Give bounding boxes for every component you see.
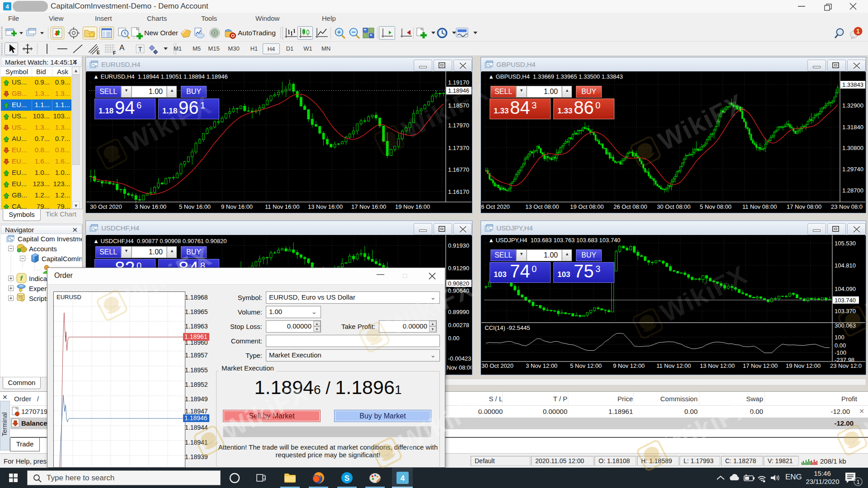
svg-text:100: 100 xyxy=(835,334,844,341)
svg-text:11 Nov 08:00: 11 Nov 08:00 xyxy=(742,203,777,210)
svg-text:1.16770: 1.16770 xyxy=(448,166,469,173)
svg-text:5 Nov 08:00: 5 Nov 08:00 xyxy=(700,203,731,210)
svg-text:17 Nov 16:00: 17 Nov 16:00 xyxy=(351,203,386,210)
svg-text:23 Nov 08:0: 23 Nov 08:0 xyxy=(831,203,863,210)
svg-text:9 Nov 12:00: 9 Nov 12:00 xyxy=(613,362,645,369)
svg-text:1.28700: 1.28700 xyxy=(842,187,863,194)
svg-text:1.29740: 1.29740 xyxy=(842,166,863,173)
svg-text:EURUSD: EURUSD xyxy=(57,294,81,300)
svg-text:▲ EURUSD,H4 1.18944 1.19051 1: ▲ EURUSD,H4 1.18944 1.19051 1.18894 1.18… xyxy=(93,73,228,80)
svg-text:4: 4 xyxy=(5,3,9,10)
svg-text:S: S xyxy=(344,474,349,483)
svg-text:3 Nov 12:00: 3 Nov 12:00 xyxy=(526,362,557,369)
svg-text:-0.00423: -0.00423 xyxy=(448,355,471,362)
svg-text:23 Nov 12:0: 23 Nov 12:0 xyxy=(830,362,862,369)
svg-text:1.16170: 1.16170 xyxy=(448,188,469,195)
svg-text:26 Oct 08:00: 26 Oct 08:00 xyxy=(613,203,647,210)
svg-text:19 Oct 08:00: 19 Oct 08:00 xyxy=(570,203,604,210)
svg-text:6 Oct 2020: 6 Oct 2020 xyxy=(481,203,510,210)
svg-text:17 Nov 08:00: 17 Nov 08:00 xyxy=(787,203,821,210)
svg-text:104.090: 104.090 xyxy=(835,286,856,292)
svg-text:1.17370: 1.17370 xyxy=(448,145,469,151)
svg-text:11 Nov 12:00: 11 Nov 12:00 xyxy=(656,362,691,369)
svg-text:3 Nov 16:00: 3 Nov 16:00 xyxy=(135,203,166,210)
svg-text:1: 1 xyxy=(856,479,859,485)
svg-text:9 Nov 16:00: 9 Nov 16:00 xyxy=(221,203,253,210)
svg-text:19 Nov 16:00: 19 Nov 16:00 xyxy=(395,203,430,210)
svg-text:13 Oct 08:00: 13 Oct 08:00 xyxy=(525,203,559,210)
svg-text:1: 1 xyxy=(856,28,860,35)
svg-text:CCI(14) -92.5445: CCI(14) -92.5445 xyxy=(485,324,530,331)
svg-text:4: 4 xyxy=(401,474,405,483)
svg-text:5 Nov 16:00: 5 Nov 16:00 xyxy=(179,203,211,210)
svg-text:▲ GBPUSD,H4 1.33669 1.33965 1: ▲ GBPUSD,H4 1.33669 1.33965 1.33500 1.33… xyxy=(488,73,623,80)
svg-text:30 Oct 2020: 30 Oct 2020 xyxy=(481,362,514,369)
svg-text:30 Oct 2020: 30 Oct 2020 xyxy=(90,203,122,210)
svg-text:0.00: 0.00 xyxy=(835,342,846,349)
svg-text:0.91290: 0.91290 xyxy=(448,265,469,272)
svg-text:1.30800: 1.30800 xyxy=(842,145,863,151)
svg-text:19 Nov 12:00: 19 Nov 12:00 xyxy=(786,362,821,369)
svg-text:1.33843: 1.33843 xyxy=(842,81,863,88)
svg-text:−: − xyxy=(352,28,356,36)
svg-text:-100: -100 xyxy=(835,349,846,356)
svg-text:F: F xyxy=(113,51,116,55)
svg-text:1.31840: 1.31840 xyxy=(842,124,863,131)
svg-text:+: + xyxy=(337,28,341,36)
svg-text:▲ USDJPY,H4 103.683 103.763 1: ▲ USDJPY,H4 103.683 103.763 103.683 103.… xyxy=(488,237,620,244)
svg-text:Nov 08:00: Nov 08:00 xyxy=(447,364,472,371)
svg-text:E: E xyxy=(97,50,100,55)
svg-text:11 Nov 16:00: 11 Nov 16:00 xyxy=(265,203,299,210)
svg-text:103.740: 103.740 xyxy=(835,297,856,304)
svg-text:0.91930: 0.91930 xyxy=(448,242,469,249)
svg-text:T: T xyxy=(138,46,142,53)
svg-text:30 Oct 08:00: 30 Oct 08:00 xyxy=(657,203,690,210)
svg-text:5 Nov 12:00: 5 Nov 12:00 xyxy=(570,362,602,369)
svg-text:104.810: 104.810 xyxy=(835,262,856,269)
svg-text:0.00: 0.00 xyxy=(448,335,459,342)
svg-text:1.32900: 1.32900 xyxy=(842,102,863,109)
svg-text:105.530: 105.530 xyxy=(835,240,856,247)
svg-text:13 Nov 16:00: 13 Nov 16:00 xyxy=(308,203,343,210)
svg-text:17 Nov 12:00: 17 Nov 12:00 xyxy=(743,362,778,369)
svg-text:0.00278: 0.00278 xyxy=(448,322,469,328)
svg-text:13 Nov 12:00: 13 Nov 12:00 xyxy=(700,362,735,369)
